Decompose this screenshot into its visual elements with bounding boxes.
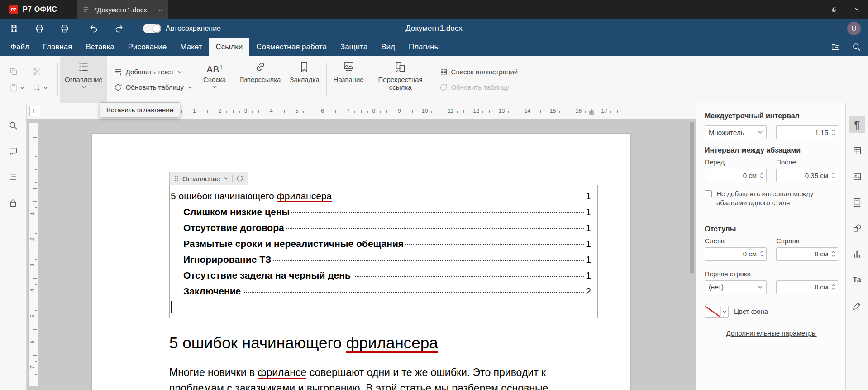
bookmark-icon <box>298 61 310 73</box>
search-button[interactable] <box>847 38 865 56</box>
chevron-down-icon[interactable] <box>720 306 728 317</box>
advanced-settings-link[interactable]: Дополнительные параметры <box>705 329 838 337</box>
spinner-arrows[interactable] <box>831 173 835 178</box>
app-logo: Р7 Р7-ОФИС <box>0 0 67 19</box>
document-page[interactable]: Оглавление 5 ошибок начинающего фрилансе… <box>91 133 631 390</box>
navigation-button[interactable] <box>4 168 22 186</box>
dot-leader <box>243 292 584 293</box>
toc-entry[interactable]: Игнорирование ТЗ 1 <box>171 251 591 267</box>
tab-draw[interactable]: Рисование <box>121 38 174 56</box>
document-canvas[interactable]: 1234567 Оглавление 5 ошибок начинающего … <box>27 119 696 390</box>
button-label: Закладка <box>290 76 319 83</box>
first-line-indent-input[interactable]: 0 см <box>776 280 838 294</box>
document-tab[interactable]: *Документ1.docx <box>77 0 168 19</box>
cut-button[interactable] <box>29 67 52 76</box>
tab-layout[interactable]: Макет <box>173 38 209 56</box>
line-spacing-type-select[interactable]: Множитель <box>705 125 767 139</box>
toc-entry[interactable]: Отсутствие договора 1 <box>171 220 591 236</box>
caption-button[interactable]: Название <box>329 56 368 103</box>
paste-button[interactable] <box>5 83 29 92</box>
tab-plugins[interactable]: Плагины <box>402 38 447 56</box>
undo-button[interactable] <box>87 22 100 35</box>
doc-heading[interactable]: 5 ошибок начинающего фрилансера <box>169 333 598 352</box>
spacing-before-input[interactable]: 0 см <box>705 169 767 182</box>
tab-stop-selector[interactable]: L <box>29 106 40 116</box>
autosave-toggle[interactable] <box>143 24 161 33</box>
toc-entry[interactable]: Размытые сроки и нереалистичные обещания… <box>171 236 591 251</box>
hyperlink-button[interactable]: Гиперссылка <box>235 56 285 103</box>
restore-button[interactable] <box>823 0 845 19</box>
spacing-after-input[interactable]: 0.35 см <box>776 169 838 182</box>
image-settings-button[interactable] <box>849 168 865 185</box>
copy-button[interactable] <box>5 67 29 76</box>
tab-collaboration[interactable]: Совместная работа <box>249 38 334 56</box>
toc-entry[interactable]: Слишком низкие цены 1 <box>171 204 591 220</box>
spinner-arrows[interactable] <box>760 251 764 257</box>
drag-handle-icon[interactable] <box>174 175 179 182</box>
table-of-figures-button[interactable]: Список иллюстраций <box>439 68 518 76</box>
tab-file[interactable]: Файл <box>4 38 36 56</box>
toc-entry[interactable]: Отсутствие задела на черный день 1 <box>171 267 591 283</box>
no-fill-swatch[interactable] <box>705 306 720 317</box>
first-line-select[interactable]: (нет) <box>705 280 767 294</box>
spinner-arrows[interactable] <box>831 251 835 257</box>
textart-settings-button[interactable]: Та <box>849 271 865 288</box>
line-spacing-value-input[interactable]: 1.15 <box>776 125 838 139</box>
toc-page-number: 1 <box>586 267 591 283</box>
toc-entry[interactable]: Заключение 2 <box>171 283 591 299</box>
update-table-button[interactable]: Обновить таблицу <box>114 83 192 91</box>
comments-button[interactable] <box>4 142 22 160</box>
paragraph-settings-button[interactable]: ¶ <box>849 116 865 133</box>
indent-right-input[interactable]: 0 см <box>776 247 838 261</box>
toc-page-number: 1 <box>586 204 591 220</box>
footnote-button[interactable]: АВ1 Сноска <box>199 56 230 103</box>
tab-insert[interactable]: Вставка <box>79 38 121 56</box>
tab-protection[interactable]: Защита <box>334 38 374 56</box>
scrollbar-thumb[interactable] <box>690 122 694 274</box>
button-label: Добавить текст <box>126 68 174 76</box>
references-ribbon: Оглавление Добавить текст Обновить табли… <box>0 56 868 103</box>
protect-button[interactable] <box>4 194 22 212</box>
open-file-location-button[interactable] <box>826 38 844 56</box>
footnote-icon: АВ1 <box>206 61 223 74</box>
close-button[interactable] <box>845 0 868 19</box>
headerfooter-settings-button[interactable] <box>849 194 865 211</box>
print-button[interactable] <box>33 22 46 35</box>
close-tab-icon[interactable] <box>158 7 163 12</box>
table-settings-button[interactable] <box>849 142 865 159</box>
doc-paragraph[interactable]: Многие новички в фрилансе совершают одни… <box>169 365 598 390</box>
toc-entry[interactable]: 5 ошибок начинающего фрилансера 1 <box>171 188 591 204</box>
bookmark-button[interactable]: Закладка <box>285 56 324 103</box>
redo-button[interactable] <box>112 22 126 35</box>
toc-field[interactable]: 5 ошибок начинающего фрилансера 1 Слишко… <box>169 185 598 318</box>
spinner-arrows[interactable] <box>831 284 835 290</box>
spinner-arrows[interactable] <box>831 130 835 135</box>
minimize-button[interactable] <box>800 0 823 19</box>
input-value: 0.35 см <box>805 172 828 179</box>
vertical-ruler[interactable]: 1234567 <box>29 123 38 386</box>
add-text-button[interactable]: Добавить текст <box>114 68 192 76</box>
cross-reference-button[interactable]: Перекрестная ссылка <box>368 56 433 103</box>
spinner-arrows[interactable] <box>760 173 764 178</box>
save-button[interactable] <box>7 22 21 35</box>
shape-settings-button[interactable] <box>849 220 865 236</box>
user-avatar[interactable]: U <box>847 22 861 35</box>
chart-settings-button[interactable] <box>849 246 865 262</box>
tab-references[interactable]: Ссылки <box>209 38 249 56</box>
indent-left-input[interactable]: 0 см <box>705 247 767 261</box>
vertical-scrollbar[interactable] <box>690 122 694 387</box>
quick-print-button[interactable] <box>58 22 72 35</box>
checkbox-box[interactable] <box>705 190 712 197</box>
select-button[interactable] <box>29 83 52 92</box>
tab-home[interactable]: Главная <box>36 38 79 56</box>
find-button[interactable] <box>4 116 22 135</box>
toc-control-header[interactable]: Оглавление <box>169 172 248 185</box>
refresh-icon[interactable] <box>236 175 243 182</box>
same-style-spacing-checkbox[interactable]: Не добавлять интервал между абзацами одн… <box>705 189 838 208</box>
background-color-picker[interactable] <box>705 306 729 318</box>
tab-view[interactable]: Вид <box>374 38 402 56</box>
table-of-contents-button[interactable]: Оглавление <box>60 56 107 103</box>
signature-settings-button[interactable] <box>849 297 865 314</box>
chevron-down-icon[interactable] <box>224 177 229 180</box>
restore-icon <box>831 7 837 13</box>
